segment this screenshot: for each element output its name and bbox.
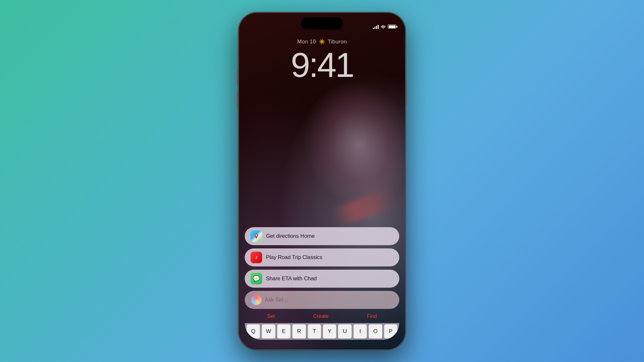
signal-icon <box>373 24 379 29</box>
key-t[interactable]: T <box>308 324 321 339</box>
quick-action-find[interactable]: Find <box>367 313 377 319</box>
maps-app-icon <box>251 230 262 242</box>
key-r[interactable]: R <box>292 324 306 339</box>
siri-placeholder: Ask Siri... <box>265 297 393 303</box>
key-q[interactable]: Q <box>247 324 260 339</box>
quick-action-create[interactable]: Create <box>313 313 328 319</box>
dynamic-island <box>301 17 343 30</box>
music-app-icon: ♪ <box>251 252 262 263</box>
wifi-icon <box>381 24 386 29</box>
key-u[interactable]: U <box>338 324 351 339</box>
location-label: Tiburon <box>328 39 347 45</box>
quick-action-set[interactable]: Set <box>267 313 275 319</box>
messages-app-icon: 💬 <box>251 273 262 284</box>
clock-area: Mon 10 ☀️ Tiburon 9:41 <box>239 39 405 82</box>
siri-orb-icon <box>251 295 261 305</box>
key-p[interactable]: P <box>384 324 397 339</box>
eta-label: Share ETA with Chad <box>266 275 317 282</box>
key-e[interactable]: E <box>277 324 290 339</box>
date-label: Mon 10 <box>297 39 316 45</box>
directions-label: Get directions Home <box>266 233 315 239</box>
sun-icon: ☀️ <box>319 39 325 45</box>
battery-icon <box>388 24 396 29</box>
suggestion-directions-home[interactable]: Get directions Home <box>245 227 399 245</box>
suggestion-share-eta[interactable]: 💬 Share ETA with Chad <box>245 270 399 288</box>
suggestion-play-music[interactable]: ♪ Play Road Trip Classics <box>245 248 399 266</box>
quick-actions-row: Set Create Find <box>245 313 399 319</box>
keyboard: Q W E R T Y U I O P <box>245 323 399 340</box>
power-button[interactable] <box>406 80 407 106</box>
phone-wrapper: Mon 10 ☀️ Tiburon 9:41 Get directions Ho <box>238 12 406 350</box>
keyboard-row-1: Q W E R T Y U I O P <box>245 323 399 340</box>
key-i[interactable]: I <box>354 324 367 339</box>
date-weather: Mon 10 ☀️ Tiburon <box>239 39 405 45</box>
key-y[interactable]: Y <box>323 324 336 339</box>
svg-point-1 <box>256 235 257 236</box>
siri-input-bar[interactable]: Ask Siri... <box>245 291 399 309</box>
phone-body: Mon 10 ☀️ Tiburon 9:41 Get directions Ho <box>238 12 406 350</box>
music-label: Play Road Trip Classics <box>266 254 322 261</box>
key-o[interactable]: O <box>369 324 382 339</box>
clock-time: 9:41 <box>239 48 405 82</box>
suggestions-area: Get directions Home ♪ Play Road Trip Cla… <box>239 227 405 340</box>
key-w[interactable]: W <box>262 324 275 339</box>
